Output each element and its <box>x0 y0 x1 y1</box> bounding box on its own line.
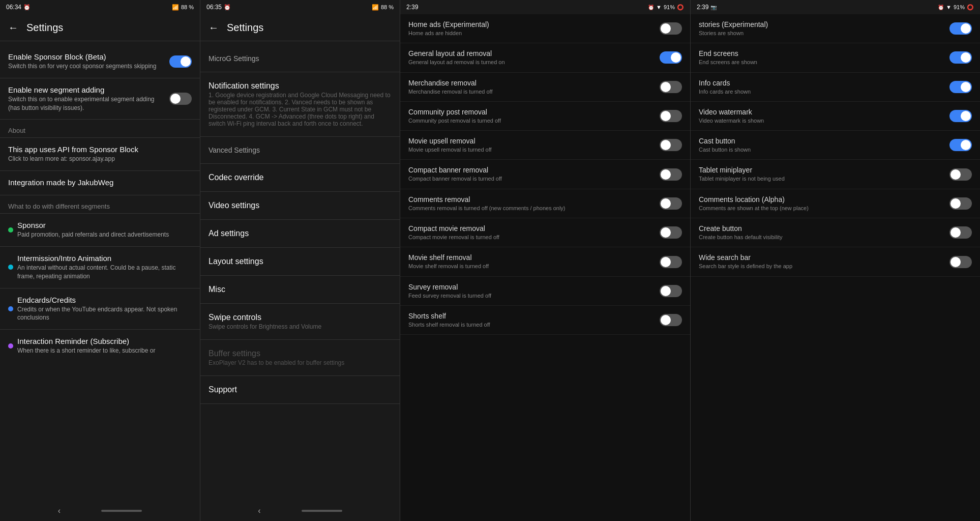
home-indicator-2[interactable] <box>302 510 342 512</box>
ad-settings-item[interactable]: Ad settings <box>200 220 400 247</box>
compact-banner-toggle[interactable] <box>660 168 682 181</box>
segment-sponsor[interactable]: Sponsor Paid promotion, paid referrals a… <box>0 214 200 246</box>
shorts-shelf-sub: Shorts shelf removal is turned off <box>408 321 654 328</box>
alarm-icon-2: ⏰ <box>224 4 231 11</box>
movie-shelf-toggle[interactable] <box>660 256 682 268</box>
buffer-sub: ExoPlayer V2 has to be enabled for buffe… <box>209 359 392 366</box>
integration-title: Integration made by JakubWeg <box>8 178 192 187</box>
comments-location-title: Comments location (Alpha) <box>699 195 943 204</box>
info-cards-sub: Info cards are shown <box>699 88 943 95</box>
video-label: Video settings <box>209 201 392 210</box>
signal-icon-2: 📶 <box>372 4 379 11</box>
layout-settings-item[interactable]: Layout settings <box>200 248 400 275</box>
top-bar-1: ← Settings <box>0 14 200 41</box>
survey-removal-toggle[interactable] <box>660 285 682 297</box>
community-post-toggle[interactable] <box>660 110 682 122</box>
status-bar-2: 06:35 ⏰ 📶 88 % <box>200 0 400 14</box>
battery-3: 91% <box>664 4 675 10</box>
segment-interaction[interactable]: Interaction Reminder (Subscribe) When th… <box>0 330 200 362</box>
segment-endcards[interactable]: Endcards/Credits Credits or when the You… <box>0 288 200 330</box>
general-layout-sub: General layout ad removal is turned on <box>408 59 654 66</box>
video-watermark-title: Video watermark <box>699 108 943 116</box>
home-ads-toggle[interactable] <box>660 22 682 35</box>
battery-1: 88 % <box>181 4 194 10</box>
sponsor-title: Sponsor <box>17 221 192 229</box>
setting-new-segment: Enable new segment adding Switch this on… <box>0 78 200 120</box>
wide-search-bar-title: Wide search bar <box>699 253 943 262</box>
video-settings-item[interactable]: Video settings <box>200 192 400 219</box>
intermission-title: Intermission/Intro Animation <box>17 254 192 263</box>
back-nav-2[interactable]: ‹ <box>258 506 260 515</box>
interaction-sub: When there is a short reminder to like, … <box>17 346 192 355</box>
swipe-sub: Swipe controls for Brightness and Volume <box>209 323 392 330</box>
bottom-nav-1: ‹ <box>0 501 200 521</box>
general-layout-row: General layout ad removal General layout… <box>400 43 690 72</box>
survey-removal-row: Survey removal Feed survey removal is tu… <box>400 277 690 306</box>
movie-upsell-sub: Movie upsell removal is turned off <box>408 146 654 153</box>
signal-icon-3: ▼ <box>656 4 662 10</box>
community-post-row: Community post removal Community post re… <box>400 102 690 131</box>
status-bar-4: 2:39 📷 ⏰ ▼ 91% ⭕ <box>691 0 980 14</box>
tablet-miniplayer-toggle[interactable] <box>949 168 972 181</box>
status-bar-1: 06:34 ⏰ 📶 88 % <box>0 0 200 14</box>
sponsor-sub: Paid promotion, paid referrals and direc… <box>17 230 192 239</box>
video-watermark-sub: Video watermark is shown <box>699 117 943 124</box>
signal-icon: 📶 <box>172 4 179 11</box>
info-cards-toggle[interactable] <box>949 81 972 93</box>
notification-label: Notification settings <box>209 81 392 91</box>
tablet-miniplayer-row: Tablet miniplayer Tablet miniplayer is n… <box>691 160 980 189</box>
swipe-controls-item[interactable]: Swipe controls Swipe controls for Bright… <box>200 304 400 339</box>
stories-title: stories (Experimental) <box>699 20 943 28</box>
vanced-settings-header: Vanced Settings <box>200 137 400 163</box>
misc-item[interactable]: Misc <box>200 276 400 303</box>
end-screens-toggle[interactable] <box>949 51 972 64</box>
compact-movie-toggle[interactable] <box>660 226 682 239</box>
alarm-icon: ⏰ <box>23 4 31 11</box>
compact-banner-sub: Compact banner removal is turned off <box>408 175 654 182</box>
notification-settings-item[interactable]: Notification settings 1. Google device r… <box>200 72 400 136</box>
create-button-toggle[interactable] <box>949 226 972 239</box>
api-info[interactable]: This app uses API from Sponsor Block Cli… <box>0 138 200 170</box>
home-ads-sub: Home ads are hidden <box>408 30 654 37</box>
setting-sponsor-block: Enable Sponsor Block (Beta) Switch this … <box>0 45 200 78</box>
notification-sub: 1. Google device registration and Google… <box>209 92 392 127</box>
merchandise-toggle[interactable] <box>660 81 682 93</box>
general-layout-toggle[interactable] <box>660 51 682 64</box>
info-cards-row: Info cards Info cards are shown <box>691 73 980 102</box>
panel-layout-settings: 2:39 📷 ⏰ ▼ 91% ⭕ stories (Experimental) … <box>690 0 980 521</box>
merchandise-title: Merchandise removal <box>408 79 654 87</box>
video-watermark-toggle[interactable] <box>949 110 972 122</box>
microg-settings-header: MicroG Settings <box>200 45 400 72</box>
intermission-bullet <box>8 265 13 270</box>
support-item[interactable]: Support <box>200 376 400 403</box>
movie-upsell-title: Movie upsell removal <box>408 137 654 145</box>
stories-toggle[interactable] <box>949 22 972 35</box>
intermission-sub: An interval without actual content. Coul… <box>17 264 192 281</box>
merchandise-sub: Merchandise removal is turned off <box>408 88 654 95</box>
shorts-shelf-row: Shorts shelf Shorts shelf removal is tur… <box>400 306 690 335</box>
comments-removal-sub: Comments removal is turned off (new comm… <box>408 205 654 212</box>
panel-sponsorblock: 06:34 ⏰ 📶 88 % ← Settings Enable Sponsor… <box>0 0 200 521</box>
codec-override-item[interactable]: Codec override <box>200 164 400 191</box>
alarm-icon-4: ⏰ <box>938 5 944 10</box>
menu-list: MicroG Settings Notification settings 1.… <box>200 41 400 501</box>
cast-button-sub: Cast button is shown <box>699 146 943 153</box>
community-post-sub: Community post removal is turned off <box>408 117 654 124</box>
shorts-shelf-toggle[interactable] <box>660 314 682 326</box>
new-segment-toggle[interactable] <box>169 93 192 105</box>
back-nav-1[interactable]: ‹ <box>58 506 61 515</box>
home-indicator-1[interactable] <box>101 510 142 512</box>
wide-search-bar-toggle[interactable] <box>949 256 972 268</box>
back-button-2[interactable]: ← <box>209 22 219 34</box>
back-button-1[interactable]: ← <box>8 22 18 34</box>
movie-shelf-row: Movie shelf removal Movie shelf removal … <box>400 247 690 276</box>
cast-button-toggle[interactable] <box>949 139 972 151</box>
sponsor-block-toggle[interactable] <box>169 55 192 68</box>
home-ads-title: Home ads (Experimental) <box>408 20 654 28</box>
compact-banner-row: Compact banner removal Compact banner re… <box>400 160 690 189</box>
segment-intermission[interactable]: Intermission/Intro Animation An interval… <box>0 247 200 288</box>
page-title-1: Settings <box>26 22 63 34</box>
comments-location-toggle[interactable] <box>949 197 972 210</box>
comments-removal-toggle[interactable] <box>660 197 682 210</box>
movie-upsell-toggle[interactable] <box>660 139 682 151</box>
